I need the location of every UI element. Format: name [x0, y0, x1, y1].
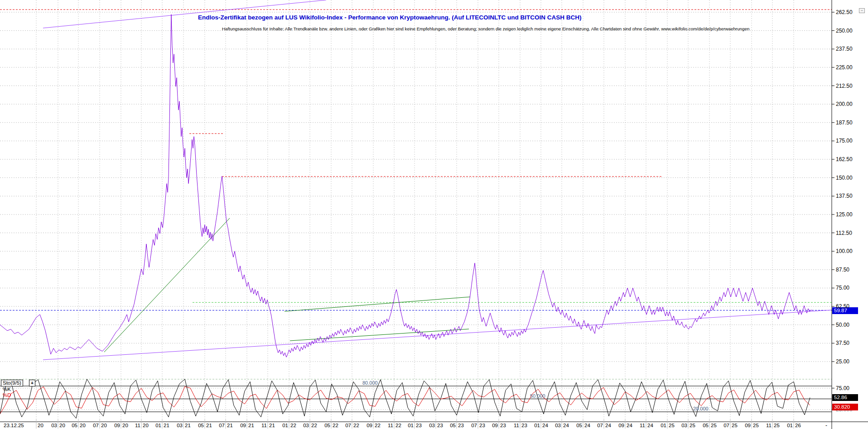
- y-axis-label: 87.50: [836, 267, 849, 273]
- x-axis-label-year: 23: [479, 423, 485, 428]
- x-axis-label-year: 23: [521, 423, 527, 428]
- x-axis-label-year: 24: [584, 423, 590, 428]
- indicator-level-label: 20.000: [693, 406, 709, 411]
- x-axis-label-month: 01: [151, 423, 161, 428]
- indicator-level-label: 80.000: [362, 380, 378, 386]
- x-axis-label-year: 22: [353, 423, 359, 428]
- collapse-panel-button[interactable]: −: [859, 8, 865, 13]
- x-axis-label-month: 03: [299, 423, 309, 428]
- x-axis-label-year: 21: [185, 423, 191, 428]
- y-axis-label: 125.00: [836, 211, 853, 218]
- x-axis-label-year: 20: [143, 423, 149, 428]
- x-axis-label-year: 23: [437, 423, 443, 428]
- x-axis-label-month: 03: [47, 423, 57, 428]
- x-axis-label-month: 03: [551, 423, 561, 428]
- x-axis-label-month: 01: [278, 423, 288, 428]
- x-axis-label-month: 07: [89, 423, 99, 428]
- x-axis-label-month: 05: [446, 423, 456, 428]
- y-axis-label: 212.50: [836, 83, 853, 89]
- x-axis-label-year: 22: [311, 423, 317, 428]
- x-axis-label-year: 23: [500, 423, 506, 428]
- x-axis-label-year: 21: [269, 423, 275, 428]
- x-axis-label-year: 25: [774, 423, 780, 428]
- y-axis-label: 100.00: [836, 248, 853, 254]
- add-indicator-button[interactable]: +: [29, 380, 35, 386]
- x-axis-label-month: 11: [635, 423, 645, 428]
- x-axis-label-year: 21: [206, 423, 212, 428]
- y-axis-label: 237.50: [836, 46, 853, 52]
- chart-disclaimer: Haftungsausschluss für Inhalte: Alle Tre…: [222, 26, 749, 31]
- x-axis-label-month: 11: [762, 423, 772, 428]
- stochastic-d-label: %D: [3, 392, 11, 398]
- y-axis-label: 62.50: [836, 303, 849, 310]
- x-axis-label-year: 20: [80, 423, 86, 428]
- chart-title: Endlos-Zertifikat bezogen auf LUS Wikifo…: [198, 14, 581, 21]
- x-axis-label-month: 05: [320, 423, 330, 428]
- trend-violet-long-support: [43, 310, 832, 360]
- x-axis-label-month: 05: [194, 423, 204, 428]
- x-axis-label-year: 22: [375, 423, 381, 428]
- zoom-out-label[interactable]: -: [825, 422, 827, 429]
- x-axis-label-year: 20: [101, 423, 107, 428]
- x-axis-label: 20: [38, 423, 43, 428]
- y-axis-label: 162.50: [836, 156, 853, 162]
- x-axis-label-year: 21: [164, 423, 169, 428]
- x-axis-label-year: 22: [333, 423, 338, 428]
- x-axis-label-month: 09: [614, 423, 624, 428]
- stochastic-k-value-tag: 52.86: [832, 394, 858, 401]
- price-line-series: [0, 14, 813, 357]
- x-axis-label-month: 11: [257, 423, 267, 428]
- x-axis-label-year: 20: [122, 423, 128, 428]
- trend-green-channel-lower: [290, 329, 469, 341]
- indicator-label-button[interactable]: Sto(9/5): [1, 380, 23, 386]
- x-axis-label-year: 25: [711, 423, 717, 428]
- y-axis-label: 137.50: [836, 193, 853, 199]
- x-axis-label-year: 24: [605, 423, 611, 428]
- x-axis-label-month: 09: [362, 423, 372, 428]
- x-axis-label-year: 25: [690, 423, 695, 428]
- y-axis-label: 225.00: [836, 64, 853, 71]
- x-axis-label-year: 25: [732, 423, 738, 428]
- x-axis-label-year: 24: [542, 423, 548, 428]
- trend-green-channel-upper: [285, 297, 470, 311]
- x-axis-label-month: 07: [593, 423, 603, 428]
- x-axis-label-year: 23: [458, 423, 464, 428]
- x-axis-label-year: 26: [795, 423, 801, 428]
- x-axis-label-year: 24: [647, 423, 653, 428]
- chart-window: Endlos-Zertifikat bezogen auf LUS Wikifo…: [0, 0, 868, 429]
- stochastic-d-line: [0, 386, 810, 414]
- x-axis-label-year: 20: [59, 423, 65, 428]
- stochastic-d-value-tag: 30.820: [832, 404, 858, 410]
- y-axis-label: 175.00: [836, 138, 853, 144]
- x-axis-label-month: 09: [741, 423, 751, 428]
- x-axis-label-month: 01: [783, 423, 793, 428]
- price-chart-canvas[interactable]: [0, 0, 868, 429]
- x-axis-label-month: 09: [110, 423, 120, 428]
- x-axis-label-month: 11: [130, 423, 140, 428]
- x-axis-label-month: 01: [530, 423, 540, 428]
- y-axis-label: 187.50: [836, 119, 853, 126]
- y-axis-label: 112.50: [836, 230, 852, 236]
- x-axis-label-month: 09: [488, 423, 498, 428]
- x-axis-label-year: 23: [416, 423, 422, 428]
- x-axis-label-year: 25: [753, 423, 759, 428]
- x-axis-label-year: 22: [290, 423, 296, 428]
- x-axis-label-month: 07: [215, 423, 225, 428]
- x-axis-label-month: 03: [173, 423, 183, 428]
- x-axis-start-date: 23.12.25: [4, 423, 24, 428]
- y-axis-label: 250.00: [836, 28, 853, 34]
- y-axis-label: 50.00: [836, 322, 849, 328]
- y-axis-label: 37.50: [836, 340, 849, 346]
- y-axis-label: 75.00: [836, 285, 849, 291]
- x-axis-label-month: 11: [383, 423, 393, 428]
- x-axis-label-month: 07: [467, 423, 477, 428]
- y-axis-label: 200.00: [836, 101, 853, 107]
- x-axis-label-month: 01: [404, 423, 414, 428]
- x-axis-label-month: 07: [341, 423, 351, 428]
- x-axis-label-year: 21: [248, 423, 254, 428]
- x-axis-label-month: 03: [425, 423, 435, 428]
- x-axis-label-month: 11: [509, 423, 519, 428]
- x-axis-label-month: 01: [656, 423, 666, 428]
- x-axis-label-month: 03: [677, 423, 687, 428]
- indicator-level-label: 50.000: [530, 393, 545, 399]
